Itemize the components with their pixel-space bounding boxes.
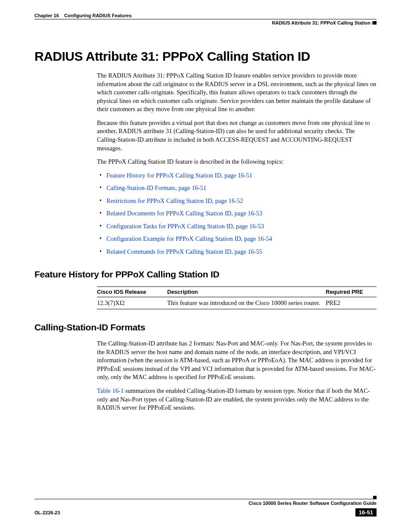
footer-rule (34, 499, 377, 499)
feature-history-table: Cisco IOS Release Description Required P… (97, 286, 377, 310)
topic-list: Feature History for PPPoX Calling Statio… (97, 171, 377, 256)
header-section: RADIUS Attribute 31: PPPoX Calling Stati… (34, 20, 377, 25)
td-pre: PRE2 (326, 297, 377, 309)
intro-paragraph-2: Because this feature provides a virtual … (97, 119, 377, 152)
formats-paragraph-2: Table 16-1 summarizes the enabled Callin… (97, 387, 377, 412)
th-description: Description (167, 286, 326, 297)
table-ref-link[interactable]: Table 16-1 (97, 387, 124, 394)
formats-block: The Calling-Station-ID attribute has 2 f… (97, 339, 377, 412)
td-release: 12.3(7)XI2 (97, 297, 167, 309)
topic-item: Configuration Example for PPPoX Calling … (97, 235, 377, 243)
feature-history-block: Cisco IOS Release Description Required P… (97, 286, 377, 310)
footer-guide-title: Cisco 10000 Series Router Software Confi… (34, 501, 377, 506)
topic-link[interactable]: Related Commands for PPPoX Calling Stati… (106, 248, 262, 255)
formats-paragraph-2-rest: summarizes the enabled Calling-Station-I… (97, 387, 370, 411)
footer-marker-icon (373, 496, 377, 499)
table-row: 12.3(7)XI2 This feature was introduced o… (97, 297, 377, 309)
feature-history-heading: Feature History for PPPoX Calling Statio… (34, 269, 377, 280)
calling-station-id-heading: Calling-Station-ID Formats (34, 322, 377, 333)
intro-paragraph-1: The RADIUS Attribute 31: PPPoX Calling S… (97, 72, 377, 114)
header-rule (34, 19, 377, 19)
topic-item: Configuration Tasks for PPPoX Calling St… (97, 222, 377, 231)
topic-link[interactable]: Calling-Station-ID Formats, page 16-51 (106, 184, 206, 191)
formats-paragraph-1: The Calling-Station-ID attribute has 2 f… (97, 339, 377, 382)
table-header-row: Cisco IOS Release Description Required P… (97, 286, 377, 297)
chapter-title: Configuring RADIUS Features (64, 13, 131, 18)
page-number: 16-51 (355, 508, 377, 516)
intro-block: The RADIUS Attribute 31: PPPoX Calling S… (97, 72, 377, 256)
topic-item: Related Documents for PPPoX Calling Stat… (97, 209, 377, 218)
topic-link[interactable]: Configuration Tasks for PPPoX Calling St… (106, 223, 264, 230)
topic-link[interactable]: Feature History for PPPoX Calling Statio… (106, 172, 252, 179)
td-description: This feature was introduced on the Cisco… (167, 297, 326, 309)
topic-item: Related Commands for PPPoX Calling Stati… (97, 248, 377, 256)
topic-link[interactable]: Configuration Example for PPPoX Calling … (106, 235, 272, 242)
topic-item: Calling-Station-ID Formats, page 16-51 (97, 184, 377, 193)
topic-link[interactable]: Related Documents for PPPoX Calling Stat… (106, 210, 262, 217)
th-required-pre: Required PRE (326, 286, 377, 297)
topic-link[interactable]: Restrictions for PPPoX Calling Station I… (106, 197, 243, 204)
topic-item: Feature History for PPPoX Calling Statio… (97, 171, 377, 180)
th-release: Cisco IOS Release (97, 286, 167, 297)
page-footer: Cisco 10000 Series Router Software Confi… (34, 499, 377, 516)
document-page: Chapter 16 Configuring RADIUS Features R… (0, 0, 411, 532)
page-title: RADIUS Attribute 31: PPPoX Calling Stati… (34, 49, 377, 64)
intro-paragraph-3: The PPPoX Calling Station ID feature is … (97, 158, 377, 166)
chapter-label: Chapter 16 (34, 13, 59, 18)
running-header: Chapter 16 Configuring RADIUS Features (34, 13, 377, 18)
footer-ol-number: OL-2226-23 (34, 510, 60, 515)
topic-item: Restrictions for PPPoX Calling Station I… (97, 197, 377, 205)
